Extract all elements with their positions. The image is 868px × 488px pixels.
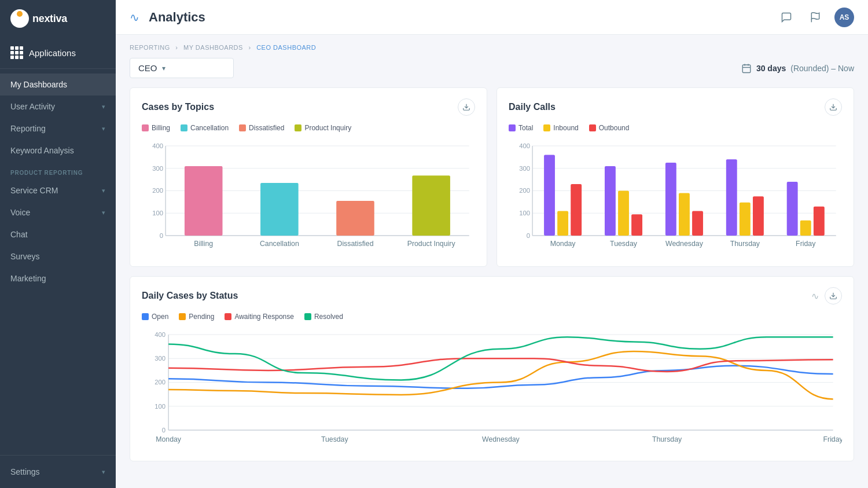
svg-text:Cancellation: Cancellation	[260, 240, 299, 248]
legend-inbound: Inbound	[543, 124, 578, 132]
svg-rect-47	[665, 163, 676, 236]
cases-download-button[interactable]	[458, 98, 475, 116]
user-activity-label: User Activity	[10, 102, 55, 111]
apps-grid-icon	[10, 46, 23, 59]
breadcrumb-text: REPORTING › MY DASHBOARDS › CEO DASHBOAR…	[130, 44, 316, 51]
flag-icon-button[interactable]	[806, 8, 825, 27]
svg-text:100: 100	[152, 210, 163, 217]
dissatisfied-label: Dissatisfied	[249, 124, 284, 132]
svg-text:Friday: Friday	[823, 435, 842, 443]
svg-text:0: 0	[162, 427, 165, 434]
svg-text:Monday: Monday	[156, 435, 182, 443]
svg-text:200: 200	[152, 188, 163, 195]
product-reporting-section: PRODUCT REPORTING	[0, 162, 116, 179]
daily-calls-download-button[interactable]	[825, 98, 842, 116]
svg-rect-40	[557, 211, 568, 236]
chat-label: Chat	[10, 230, 28, 239]
svg-text:0: 0	[527, 232, 530, 239]
open-label: Open	[152, 313, 168, 321]
sidebar-item-service-crm[interactable]: Service CRM ▾	[0, 179, 116, 201]
cases-legend: Billing Cancellation Dissatisfied Produc…	[142, 124, 475, 132]
sidebar-item-user-activity[interactable]: User Activity ▾	[0, 96, 116, 118]
sidebar-item-voice[interactable]: Voice ▾	[0, 201, 116, 223]
daily-calls-header: Daily Calls	[509, 98, 842, 116]
svg-rect-57	[814, 207, 825, 236]
svg-rect-24	[412, 175, 450, 236]
sidebar-item-marketing[interactable]: Marketing	[0, 267, 116, 289]
product-inquiry-dot	[295, 124, 301, 131]
sidebar-item-settings[interactable]: Settings ▾	[10, 463, 105, 481]
service-crm-label: Service CRM	[10, 186, 58, 195]
svg-text:Wednesday: Wednesday	[482, 435, 520, 443]
awaiting-dot	[225, 313, 231, 320]
sidebar-item-chat[interactable]: Chat	[0, 223, 116, 245]
open-dot	[142, 313, 149, 320]
inbound-label: Inbound	[553, 124, 578, 132]
legend-pending: Pending	[179, 313, 214, 321]
sidebar-item-my-dashboards[interactable]: My Dashboards	[0, 74, 116, 96]
svg-rect-22	[336, 201, 374, 236]
billing-dot	[142, 124, 149, 131]
legend-resolved: Resolved	[304, 313, 343, 321]
dashboard-dropdown[interactable]: CEO ▾	[130, 58, 234, 78]
daily-cases-title: Daily Cases by Status	[142, 291, 238, 301]
user-avatar[interactable]: AS	[834, 8, 854, 27]
daily-calls-legend: Total Inbound Outbound	[509, 124, 842, 132]
svg-text:300: 300	[519, 165, 530, 172]
svg-text:100: 100	[155, 403, 165, 410]
analytics-icon: ∿	[130, 10, 139, 24]
daily-calls-card: Daily Calls Total Inbound	[496, 87, 854, 267]
dropdown-arrow-icon: ▾	[162, 64, 165, 72]
pending-dot	[179, 313, 186, 320]
svg-text:300: 300	[152, 165, 163, 172]
cancellation-dot	[181, 124, 187, 131]
breadcrumb: REPORTING › MY DASHBOARDS › CEO DASHBOAR…	[130, 44, 854, 51]
svg-rect-41	[571, 184, 582, 236]
billing-label: Billing	[152, 124, 170, 132]
svg-text:Tuesday: Tuesday	[321, 435, 349, 443]
legend-awaiting-response: Awaiting Response	[225, 313, 294, 321]
controls-row: CEO ▾ 30 days (Rounded) – Now	[130, 58, 854, 78]
chat-icon-button[interactable]	[777, 8, 796, 27]
sidebar-item-applications[interactable]: Applications	[0, 37, 116, 69]
cases-chart-title: Cases by Topics	[142, 102, 214, 112]
sidebar-item-surveys[interactable]: Surveys	[0, 245, 116, 267]
reporting-label: Reporting	[10, 124, 46, 133]
outbound-label: Outbound	[599, 124, 630, 132]
sidebar: nextiva Applications My Dashboards User …	[0, 0, 116, 488]
chevron-icon: ▾	[102, 187, 105, 195]
date-range-suffix: (Rounded) – Now	[790, 64, 854, 73]
svg-text:300: 300	[155, 355, 165, 362]
svg-rect-39	[544, 155, 555, 236]
legend-dissatisfied: Dissatisfied	[239, 124, 284, 132]
logo: nextiva	[10, 9, 67, 28]
svg-text:400: 400	[155, 331, 165, 338]
svg-text:Friday: Friday	[796, 240, 816, 248]
chevron-icon: ▾	[102, 103, 105, 111]
svg-rect-49	[692, 211, 703, 236]
daily-cases-legend: Open Pending Awaiting Response Resolved	[142, 313, 842, 321]
svg-text:Thursday: Thursday	[730, 240, 760, 248]
sidebar-item-reporting[interactable]: Reporting ▾	[0, 118, 116, 140]
dissatisfied-dot	[239, 124, 246, 131]
svg-text:400: 400	[519, 142, 530, 149]
daily-cases-download-button[interactable]	[825, 287, 842, 304]
main-content: ∿ Analytics AS REPORTING › MY DASHBOARDS…	[116, 0, 868, 488]
my-dashboards-label: My Dashboards	[10, 80, 67, 89]
svg-rect-20	[260, 183, 299, 236]
daily-calls-bar-chart: 0100200300400MondayTuesdayWednesdayThurs…	[509, 140, 842, 256]
legend-total: Total	[509, 124, 533, 132]
svg-text:Tuesday: Tuesday	[610, 240, 638, 248]
svg-text:200: 200	[155, 379, 165, 386]
svg-text:200: 200	[519, 188, 530, 195]
line-chart-type-icon[interactable]: ∿	[811, 291, 819, 302]
breadcrumb-reporting: REPORTING	[130, 44, 170, 51]
charts-top-row: Cases by Topics Billing Cancellation	[130, 87, 854, 267]
sidebar-item-keyword-analysis[interactable]: Keyword Analysis	[0, 140, 116, 162]
svg-text:Dissatisfied: Dissatisfied	[337, 240, 373, 248]
svg-text:0: 0	[160, 232, 163, 239]
date-range-control: 30 days (Rounded) – Now	[741, 63, 854, 74]
legend-cancellation: Cancellation	[181, 124, 229, 132]
logo-text: nextiva	[32, 13, 67, 25]
svg-rect-18	[185, 166, 223, 236]
